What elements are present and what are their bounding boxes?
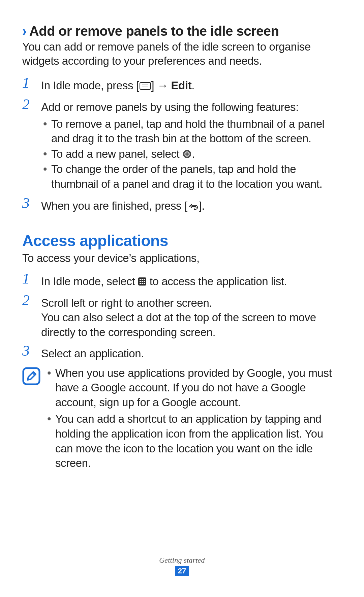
step2-bullets: To remove a panel, tap and hold the thum…	[41, 117, 342, 191]
note-block: When you use applications provided by Go…	[22, 366, 342, 473]
section1-intro: You can add or remove panels of the idle…	[22, 40, 342, 68]
step-number: 3	[22, 196, 41, 211]
plus-circle-icon	[182, 149, 192, 159]
step: 3 Select an application.	[22, 344, 342, 361]
page-number-badge: 27	[175, 566, 189, 576]
manual-page: › Add or remove panels to the idle scree…	[0, 0, 364, 473]
section2-intro: To access your device’s applications,	[22, 251, 342, 265]
svg-rect-17	[23, 368, 39, 384]
section2-steps: 1 In Idle mode, select to access the app…	[22, 272, 342, 361]
footer-chapter-label: Getting started	[0, 556, 364, 565]
svg-rect-9	[142, 279, 143, 280]
back-key-icon	[187, 202, 199, 211]
note-item: When you use applications provided by Go…	[45, 366, 342, 410]
step: 2 Add or remove panels by using the foll…	[22, 98, 342, 192]
step-body: In Idle mode, press [] → Edit.	[41, 76, 194, 93]
svg-rect-10	[144, 279, 145, 280]
step-body: Add or remove panels by using the follow…	[41, 98, 342, 192]
note-item: You can add a shortcut to an application…	[45, 412, 342, 470]
step: 1 In Idle mode, press [] → Edit.	[22, 76, 342, 93]
step-number: 2	[22, 293, 41, 308]
bullet-item: To remove a panel, tap and hold the thum…	[41, 117, 342, 146]
section-heading-panels: › Add or remove panels to the idle scree…	[22, 23, 342, 39]
svg-rect-6	[185, 153, 189, 154]
note-pencil-icon	[22, 367, 40, 387]
menu-key-icon	[139, 82, 151, 90]
step: 3 When you are finished, press [].	[22, 197, 342, 213]
step-number: 1	[22, 76, 41, 90]
step-body: Select an application.	[41, 344, 144, 361]
chevron-right-icon: ›	[22, 23, 27, 39]
note-list: When you use applications provided by Go…	[45, 366, 342, 473]
step: 1 In Idle mode, select to access the app…	[22, 272, 342, 289]
svg-rect-13	[144, 281, 145, 282]
section1-steps: 1 In Idle mode, press [] → Edit. 2 Add o…	[22, 76, 342, 213]
bullet-item: To change the order of the panels, tap a…	[41, 162, 342, 191]
page-footer: Getting started 27	[0, 556, 364, 576]
svg-rect-8	[140, 279, 141, 280]
svg-rect-14	[140, 283, 141, 284]
step-number: 1	[22, 271, 41, 286]
step-number: 3	[22, 344, 41, 358]
step-body: When you are finished, press [].	[41, 197, 205, 213]
step-number: 2	[22, 97, 41, 112]
svg-rect-12	[142, 281, 143, 282]
heading-access-applications: Access applications	[22, 232, 342, 250]
apps-grid-icon	[138, 277, 147, 286]
step-body: Scroll left or right to another screen. …	[41, 294, 342, 340]
svg-rect-16	[144, 283, 145, 284]
heading-text: Add or remove panels to the idle screen	[29, 23, 279, 39]
bullet-item: To add a new panel, select .	[41, 147, 342, 161]
step-body: In Idle mode, select to access the appli…	[41, 272, 287, 289]
svg-rect-0	[140, 83, 151, 89]
step: 2 Scroll left or right to another screen…	[22, 294, 342, 340]
svg-rect-11	[140, 281, 141, 282]
svg-rect-15	[142, 283, 143, 284]
